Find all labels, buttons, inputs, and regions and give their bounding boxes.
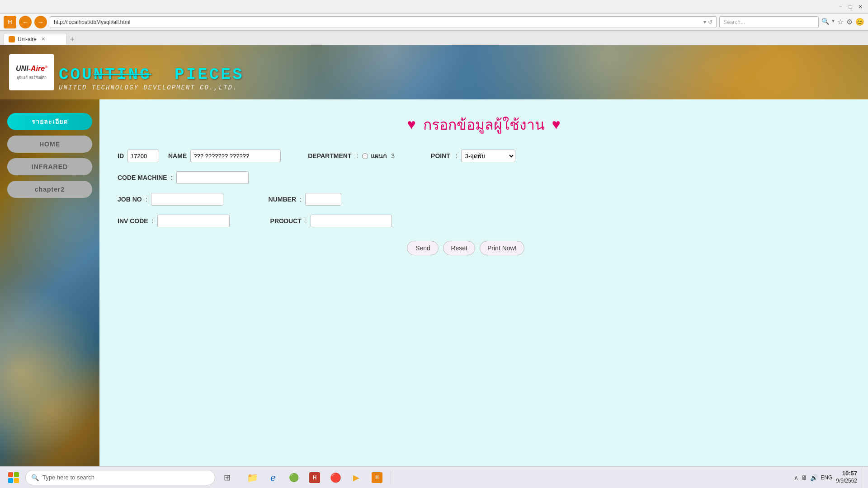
- taskbar-app-ie[interactable]: ℯ: [263, 468, 283, 488]
- maximize-button[interactable]: □: [846, 3, 854, 11]
- forward-button[interactable]: →: [34, 16, 47, 28]
- field-group-jobno: JOB NO :: [118, 193, 223, 206]
- back-button[interactable]: ←: [19, 16, 32, 28]
- taskbar-search-icon: 🔍: [31, 474, 39, 481]
- header-subtitle: UNITED TECHNOLOGY DEVELOPMENT CO.,LTD.: [59, 84, 244, 91]
- inv-code-label: INV CODE: [118, 217, 148, 225]
- send-button[interactable]: Send: [407, 241, 439, 255]
- taskbar-app-sublimetext[interactable]: ▶: [346, 468, 366, 488]
- tray-volume-icon[interactable]: 🔊: [810, 474, 818, 481]
- new-tab-button[interactable]: +: [67, 34, 78, 45]
- search-toolbar-icon[interactable]: 🔍: [821, 18, 829, 26]
- logo-main-text: UNI-Aire®: [16, 65, 47, 73]
- id-input[interactable]: [127, 150, 159, 162]
- form-row-1: ID NAME DEPARTMENT : แผนก 3: [118, 150, 850, 162]
- field-group-dept: DEPARTMENT : แผนก 3: [308, 151, 395, 161]
- field-group-codemachine: CODE MACHINE :: [118, 171, 249, 184]
- address-text: http://localhost/dbMysqli/all.html: [54, 19, 703, 25]
- code-machine-input[interactable]: [176, 171, 249, 184]
- star-icon[interactable]: ☆: [837, 18, 844, 26]
- windows-logo-icon: [8, 472, 19, 483]
- tab-label: Uni-aire: [18, 36, 37, 42]
- sidebar-btn-infrared[interactable]: INFRARED: [7, 158, 92, 175]
- inv-code-colon: :: [152, 217, 154, 225]
- search-bar[interactable]: Search...: [719, 16, 819, 28]
- name-input[interactable]: [190, 150, 281, 162]
- sidebar-btn-chapter2[interactable]: chapter2: [7, 181, 92, 198]
- close-button[interactable]: ✕: [856, 3, 864, 11]
- reset-button[interactable]: Reset: [443, 241, 475, 255]
- main-area: รายละเอียด HOME INFRARED chapter2 ♥ กรอก…: [0, 99, 868, 488]
- number-input[interactable]: [305, 193, 341, 206]
- taskbar-app-files[interactable]: 📁: [242, 468, 262, 488]
- id-label: ID: [118, 152, 124, 160]
- taskbar-app-chrome[interactable]: 🔴: [326, 468, 345, 488]
- field-group-point: POINT : 3-จุดพับ 1-จุดพับ 2-จุดพับ 4-จุด…: [431, 150, 515, 162]
- form-row-3: JOB NO : NUMBER :: [118, 193, 850, 206]
- browser-titlebar: − □ ✕: [0, 0, 868, 14]
- clock-area[interactable]: 10:57 9/9/2562: [836, 470, 857, 484]
- tray-network-icon[interactable]: 🖥: [801, 474, 807, 481]
- address-bar[interactable]: http://localhost/dbMysqli/all.html ▾ ↺: [50, 16, 717, 28]
- job-no-label: JOB NO: [118, 196, 142, 203]
- tray-lang-text: ENG: [821, 474, 832, 481]
- form-row-4: INV CODE : PRODUCT :: [118, 215, 850, 227]
- clock-time: 10:57: [836, 470, 857, 478]
- code-machine-colon: :: [171, 174, 173, 181]
- tab-bar: Uni-aire ✕ +: [0, 31, 868, 45]
- win-sq-red: [8, 472, 13, 477]
- tab-close-button[interactable]: ✕: [41, 36, 45, 42]
- green-app-icon: 🟢: [289, 473, 299, 483]
- product-colon: :: [305, 217, 307, 225]
- code-machine-label: CODE MACHINE: [118, 174, 167, 181]
- gear-icon[interactable]: ⚙: [846, 18, 853, 26]
- browser-logo-button[interactable]: H: [4, 16, 16, 28]
- header-title: COUNTING PIECES: [59, 66, 244, 84]
- taskbar-app-red[interactable]: H: [305, 468, 325, 488]
- dept-radio[interactable]: [362, 153, 368, 159]
- dropdown-toolbar-icon[interactable]: ▾: [832, 18, 835, 26]
- field-group-number: NUMBER :: [269, 193, 341, 206]
- dept-radio-label: แผนก: [371, 151, 387, 161]
- minimize-button[interactable]: −: [836, 3, 844, 11]
- btn-row: Send Reset Print Now!: [81, 241, 850, 255]
- field-group-invcode: INV CODE :: [118, 215, 230, 227]
- tab-favicon: [9, 36, 15, 42]
- point-label: POINT: [431, 152, 450, 160]
- task-view-button[interactable]: ⊞: [217, 468, 237, 488]
- form-title-text: กรอกข้อมูลผู้ใช้งาน: [423, 113, 545, 136]
- dropdown-icon[interactable]: ▾: [703, 19, 706, 25]
- taskbar-app-orange[interactable]: H: [367, 468, 387, 488]
- header-banner: UNI-Aire® ยูนิแอร์ แอร์พันธุ์ดิก COUNTIN…: [0, 45, 868, 99]
- show-desktop-button[interactable]: [861, 468, 864, 488]
- start-button[interactable]: [4, 468, 24, 488]
- inv-code-input[interactable]: [157, 215, 230, 227]
- field-group-name: NAME: [168, 150, 281, 162]
- dept-value: 3: [391, 152, 395, 160]
- number-colon: :: [300, 196, 302, 203]
- logo-box: UNI-Aire® ยูนิแอร์ แอร์พันธุ์ดิก: [9, 54, 54, 90]
- sidebar-btn-details[interactable]: รายละเอียด: [7, 113, 92, 130]
- user-icon[interactable]: 😊: [855, 18, 864, 26]
- taskbar-divider-1: [391, 471, 391, 484]
- taskbar-search-bar[interactable]: 🔍 Type here to search: [25, 470, 215, 485]
- taskbar-app-green[interactable]: 🟢: [284, 468, 304, 488]
- logo-sub-text: ยูนิแอร์ แอร์พันธุ์ดิก: [17, 75, 46, 80]
- product-input[interactable]: [311, 215, 392, 227]
- search-placeholder: Search...: [723, 19, 815, 25]
- browser-tab-unaire[interactable]: Uni-aire ✕: [4, 33, 67, 45]
- tray-arrow-icon[interactable]: ∧: [794, 474, 798, 481]
- job-no-input[interactable]: [151, 193, 223, 206]
- sidebar: รายละเอียด HOME INFRARED chapter2: [0, 99, 99, 488]
- red-app-icon: H: [309, 472, 320, 483]
- content-area: ♥ กรอกข้อมูลผู้ใช้งาน ♥ ID NAME: [99, 99, 868, 488]
- title-pieces: PIECES: [175, 66, 244, 84]
- point-select[interactable]: 3-จุดพับ 1-จุดพับ 2-จุดพับ 4-จุดพับ: [461, 150, 515, 162]
- win-sq-blue: [8, 478, 13, 483]
- print-button[interactable]: Print Now!: [480, 241, 524, 255]
- taskbar-search-text: Type here to search: [42, 474, 209, 481]
- refresh-icon[interactable]: ↺: [708, 19, 712, 25]
- form-title: ♥ กรอกข้อมูลผู้ใช้งาน ♥: [118, 113, 850, 136]
- taskbar: 🔍 Type here to search ⊞ 📁 ℯ 🟢 H 🔴 ▶ H: [0, 466, 868, 488]
- sidebar-btn-home[interactable]: HOME: [7, 136, 92, 153]
